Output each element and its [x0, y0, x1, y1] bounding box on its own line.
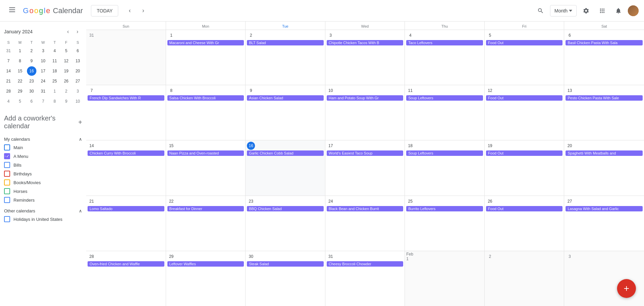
mini-cal-day[interactable]: 2: [27, 46, 36, 56]
cal-cell[interactable]: 16Garlic Chicken Cobb Salad: [246, 140, 325, 195]
cal-cell[interactable]: 23BBQ Chicken Salad: [246, 196, 325, 251]
other-calendars-header[interactable]: Other calendars ∧: [3, 207, 84, 215]
mini-cal-day[interactable]: 29: [15, 87, 25, 96]
cal-cell[interactable]: 8Salsa Chicken With Broccoli: [166, 85, 246, 140]
mini-cal-day[interactable]: 12: [62, 56, 71, 66]
mini-cal-day[interactable]: 25: [50, 76, 59, 86]
mini-cal-day[interactable]: 19: [62, 66, 71, 76]
cal-event[interactable]: Black Bean and Chicken Burrit: [327, 206, 404, 211]
cal-cell[interactable]: 4Taco Leftovers: [405, 30, 485, 85]
cal-cell[interactable]: 25Burrito Leftovers: [405, 196, 485, 251]
cal-cell[interactable]: 2: [485, 251, 565, 306]
mini-cal-next[interactable]: ›: [73, 27, 82, 36]
cal-cell[interactable]: 18Soup Leftovers: [405, 140, 485, 195]
settings-button[interactable]: [579, 4, 593, 18]
my-calendar-item[interactable]: Bills: [3, 161, 84, 169]
mini-cal-day[interactable]: 1: [15, 46, 25, 56]
cal-cell[interactable]: 11Soup Leftovers: [405, 85, 485, 140]
cal-cell[interactable]: 12Food Out: [485, 85, 565, 140]
mini-cal-day[interactable]: 22: [15, 76, 25, 86]
mini-cal-day[interactable]: 5: [15, 97, 25, 106]
apps-button[interactable]: [595, 4, 609, 18]
mini-cal-day[interactable]: 31: [4, 46, 13, 56]
cal-event[interactable]: French Dip Sandwiches With R: [88, 95, 164, 101]
cal-cell[interactable]: 17World's Easiest Taco Soup: [325, 140, 405, 195]
mini-cal-day[interactable]: 18: [50, 66, 59, 76]
mini-cal-day[interactable]: 26: [62, 76, 71, 86]
cal-cell[interactable]: 14Chicken Curry With Broccoli: [86, 140, 166, 195]
hamburger-menu[interactable]: [5, 4, 19, 18]
cal-event[interactable]: Chipotle Chicken Tacos With B: [327, 40, 404, 45]
mini-cal-day[interactable]: 8: [15, 56, 25, 66]
cal-cell[interactable]: 31: [86, 30, 166, 85]
my-calendar-item[interactable]: Birthdays: [3, 169, 84, 178]
mini-cal-day[interactable]: 5: [62, 46, 71, 56]
notifications-button[interactable]: [612, 4, 625, 18]
cal-event[interactable]: Food Out: [486, 150, 563, 156]
my-calendar-item[interactable]: Main: [3, 143, 84, 152]
cal-event[interactable]: Asian Chicken Salad: [247, 95, 324, 101]
cal-event[interactable]: World's Easiest Taco Soup: [327, 150, 404, 156]
cal-cell[interactable]: 7French Dip Sandwiches With R: [86, 85, 166, 140]
mini-cal-day[interactable]: 11: [50, 56, 59, 66]
cal-event[interactable]: Soup Leftovers: [406, 150, 483, 156]
cal-event[interactable]: Taco Leftovers: [406, 40, 483, 45]
cal-event[interactable]: Chicken Curry With Broccoli: [88, 150, 164, 156]
cal-cell[interactable]: 1Macaroni and Cheese With Gr: [166, 30, 246, 85]
mini-cal-day[interactable]: 24: [38, 76, 48, 86]
mini-cal-day[interactable]: 4: [4, 97, 13, 106]
mini-cal-day[interactable]: 8: [50, 97, 59, 106]
mini-cal-day[interactable]: 10: [38, 56, 48, 66]
mini-cal-day[interactable]: 2: [62, 87, 71, 96]
cal-event[interactable]: Burrito Leftovers: [406, 206, 483, 211]
cal-cell[interactable]: 15Naan Pizza and Oven-roasted: [166, 140, 246, 195]
mini-cal-day[interactable]: 6: [27, 97, 36, 106]
mini-cal-day[interactable]: 27: [73, 76, 83, 86]
mini-cal-day[interactable]: 10: [73, 97, 83, 106]
mini-cal-day[interactable]: 7: [38, 97, 48, 106]
mini-cal-day[interactable]: 3: [73, 87, 83, 96]
mini-cal-day[interactable]: 9: [62, 97, 71, 106]
mini-cal-prev[interactable]: ‹: [63, 27, 73, 36]
mini-cal-day[interactable]: 6: [73, 46, 83, 56]
mini-cal-day[interactable]: 20: [73, 66, 83, 76]
cal-event[interactable]: Basil Chicken Pasta With Sala: [566, 40, 643, 45]
cal-cell[interactable]: 9Asian Chicken Salad: [246, 85, 325, 140]
next-month-button[interactable]: ›: [137, 5, 149, 17]
cal-event[interactable]: Pesto Chicken Pasta With Sale: [566, 95, 643, 101]
mini-cal-day[interactable]: 4: [50, 46, 59, 56]
cal-cell[interactable]: 20Spaghetti With Meatballs and: [564, 140, 644, 195]
mini-cal-day[interactable]: 13: [73, 56, 83, 66]
mini-cal-day[interactable]: 21: [4, 76, 13, 86]
cal-cell[interactable]: 6Basil Chicken Pasta With Sala: [564, 30, 644, 85]
view-selector[interactable]: Month: [550, 5, 577, 16]
cal-event[interactable]: Cheesy Broccoli Chowder: [327, 261, 404, 267]
cal-cell[interactable]: 19Food Out: [485, 140, 565, 195]
cal-cell[interactable]: 3: [564, 251, 644, 306]
mini-cal-day[interactable]: 14: [4, 66, 13, 76]
cal-cell[interactable]: 24Black Bean and Chicken Burrit: [325, 196, 405, 251]
cal-cell[interactable]: 29Leftover Waffles: [166, 251, 246, 306]
cal-event[interactable]: Lasagna With Salad and Garlic: [566, 206, 643, 211]
prev-month-button[interactable]: ‹: [124, 5, 136, 17]
mini-cal-day[interactable]: 16: [27, 66, 36, 76]
mini-cal-day[interactable]: 15: [15, 66, 25, 76]
cal-event[interactable]: BLT Salad: [247, 40, 324, 45]
cal-event[interactable]: Breakfast for Dinner: [167, 206, 244, 211]
mini-cal-day[interactable]: 9: [27, 56, 36, 66]
create-event-fab[interactable]: [617, 279, 636, 298]
cal-cell[interactable]: 31Cheesy Broccoli Chowder: [325, 251, 405, 306]
cal-event[interactable]: Garlic Chicken Cobb Salad: [247, 150, 324, 156]
avatar[interactable]: [628, 5, 639, 16]
cal-cell[interactable]: 2BLT Salad: [246, 30, 325, 85]
cal-cell[interactable]: 26Food Out: [485, 196, 565, 251]
cal-event[interactable]: Salsa Chicken With Broccoli: [167, 95, 244, 101]
cal-cell[interactable]: 28Oven-fried Chicken and Waffle: [86, 251, 166, 306]
today-button[interactable]: TODAY: [91, 5, 118, 16]
mini-cal-day[interactable]: 3: [38, 46, 48, 56]
my-calendar-item[interactable]: Books/Movies: [3, 178, 84, 187]
my-calendar-item[interactable]: A Menu: [3, 152, 84, 161]
mini-cal-day[interactable]: 23: [27, 76, 36, 86]
cal-event[interactable]: Naan Pizza and Oven-roasted: [167, 150, 244, 156]
cal-cell[interactable]: 27Lasagna With Salad and Garlic: [564, 196, 644, 251]
